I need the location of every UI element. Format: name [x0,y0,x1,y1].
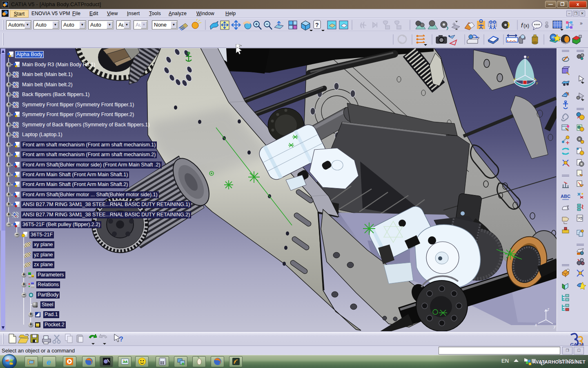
svg-text:(x): (x) [523,23,529,29]
svg-text:e: e [47,358,51,366]
svg-text:z: z [547,307,549,312]
svg-text:y: y [553,324,556,329]
svg-text:z: z [527,55,529,59]
svg-text:»: » [580,20,583,26]
svg-text:x: x [535,323,537,327]
svg-text:?: ? [315,22,319,28]
svg-text:?: ? [119,336,123,343]
svg-text:ABC: ABC [561,194,570,199]
svg-text:y: y [536,81,538,85]
